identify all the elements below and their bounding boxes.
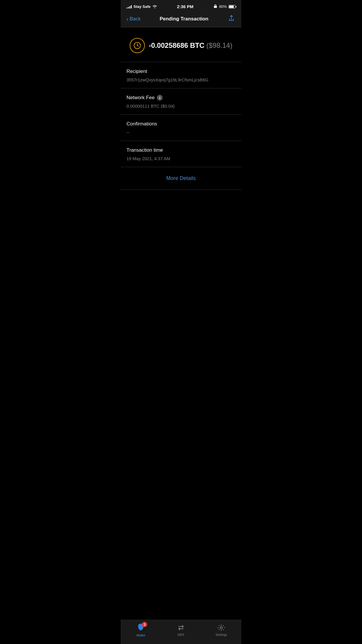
status-bar: Stay Safe 2:36 PM 80%	[121, 0, 241, 11]
info-icon[interactable]: i	[157, 95, 163, 101]
more-details-button[interactable]: More Details	[166, 175, 196, 181]
transaction-header: -0.00258686 BTC ($98.14)	[121, 27, 241, 62]
battery-fill	[229, 6, 234, 8]
transaction-fiat-amount: ($98.14)	[206, 41, 232, 49]
recipient-address: 3557r1zwQvysXqoq7g19L9rCfsmLjcsB6G	[126, 77, 236, 83]
confirmations-label: Confirmations	[126, 121, 236, 127]
transaction-amount: -0.00258686 BTC ($98.14)	[149, 41, 233, 49]
more-details-section: More Details	[121, 167, 241, 190]
carrier-name: Stay Safe	[133, 4, 151, 9]
nav-bar: ‹ Back Pending Transaction	[121, 11, 241, 27]
status-time: 2:36 PM	[177, 4, 194, 9]
confirmations-section: Confirmations --	[121, 115, 241, 141]
signal-bar-3	[129, 6, 130, 8]
main-content: -0.00258686 BTC ($98.14) Recipient 3557r…	[121, 27, 241, 216]
recipient-label: Recipient	[126, 69, 236, 74]
confirmations-value: --	[126, 129, 236, 135]
share-button[interactable]	[227, 15, 236, 23]
battery-percent: 80%	[219, 4, 227, 9]
network-fee-label-text: Network Fee	[126, 95, 154, 101]
transaction-time-section: Transaction time 19 May 2021, 4:37 AM	[121, 141, 241, 167]
network-fee-value: 0.00000111 BTC ($0.04)	[126, 103, 236, 109]
transaction-amount-container: -0.00258686 BTC ($98.14)	[149, 41, 233, 50]
svg-rect-0	[214, 6, 217, 8]
battery-icon	[229, 5, 236, 8]
network-fee-label: Network Fee i	[126, 95, 236, 101]
transaction-time-label: Transaction time	[126, 147, 236, 153]
transaction-btc-amount: -0.00258686 BTC	[149, 41, 205, 49]
signal-bars	[126, 5, 132, 8]
signal-bar-4	[131, 5, 132, 8]
network-fee-section: Network Fee i 0.00000111 BTC ($0.04)	[121, 88, 241, 115]
signal-bar-1	[126, 8, 127, 8]
pending-clock-icon	[130, 38, 145, 53]
wifi-icon	[152, 4, 157, 9]
recipient-section: Recipient 3557r1zwQvysXqoq7g19L9rCfsmLjc…	[121, 62, 241, 88]
nav-title: Pending Transaction	[160, 16, 208, 22]
status-right: 80%	[213, 4, 236, 9]
transaction-time-value: 19 May 2021, 4:37 AM	[126, 155, 236, 162]
status-left: Stay Safe	[126, 4, 157, 9]
signal-bar-2	[128, 7, 129, 8]
back-label: Back	[130, 16, 141, 22]
back-chevron-icon: ‹	[126, 16, 129, 22]
lock-icon	[213, 4, 217, 9]
back-button[interactable]: ‹ Back	[126, 16, 140, 22]
